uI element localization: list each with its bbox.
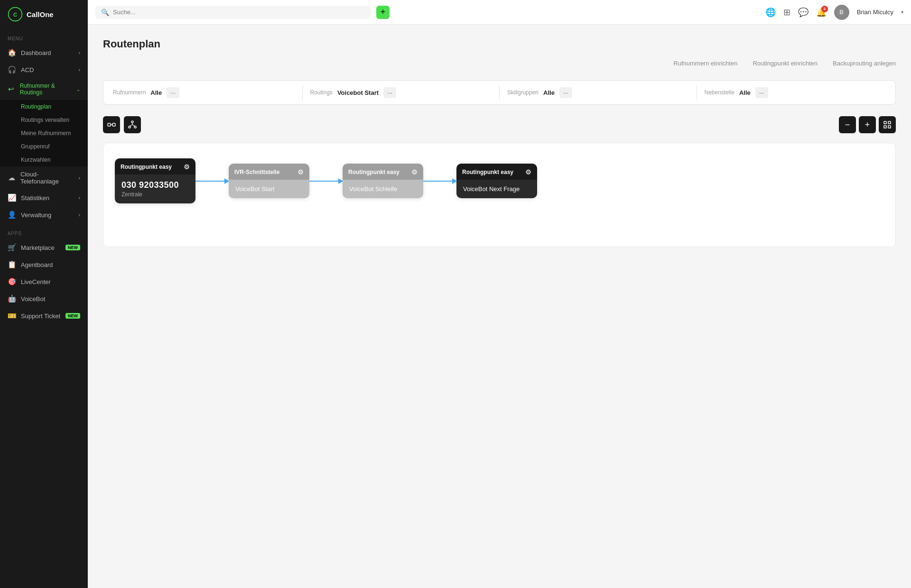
sidebar: C CallOne MENU 🏠 Dashboard › 🎧 ACD › ↩ R… [0, 0, 88, 588]
user-name[interactable]: Brian Miculcy [857, 9, 893, 16]
arrow-line-1 [195, 181, 229, 182]
chevron-icon: › [79, 67, 80, 73]
link-backuprouting-anlegen[interactable]: Backuprouting anlegen [833, 60, 896, 67]
sidebar-item-label: Agentboard [21, 261, 53, 268]
callone-logo: C [8, 7, 23, 22]
agentboard-icon: 📋 [8, 260, 16, 269]
flow-node-3: Routingpunkt easy ⚙ VoiceBot Schleife [343, 164, 423, 198]
chevron-icon: › [79, 212, 80, 218]
node-1-header: Routingpunkt easy ⚙ [115, 158, 195, 175]
routings-more-button[interactable]: ··· [383, 87, 396, 98]
verwaltung-icon: 👤 [8, 211, 16, 219]
sidebar-item-label: Dashboard [21, 49, 51, 56]
arrow-1 [195, 181, 229, 182]
chevron-icon: › [79, 175, 80, 181]
grid-icon[interactable]: ⊞ [783, 7, 790, 18]
sidebar-item-rufnummer-routings[interactable]: ↩ Rufnummer & Routings ⌄ [0, 78, 88, 100]
filter-divider [302, 85, 303, 100]
view-button-1[interactable] [103, 116, 120, 133]
node-2-text: VoiceBot Start [235, 185, 303, 193]
notification-icon[interactable]: 🔔 2 [816, 7, 827, 18]
svg-rect-11 [884, 121, 886, 124]
chevron-icon: › [79, 195, 80, 201]
sidebar-sub-item-routings-verwalten[interactable]: Routings verwalten [0, 113, 88, 127]
filter-bar: Rufnummern Alle ··· Routings Voicebot St… [103, 80, 896, 105]
livecenter-icon: 🎯 [8, 277, 16, 286]
logo-text: CallOne [27, 10, 54, 18]
sidebar-item-statistiken[interactable]: 📈 Statistiken › [0, 189, 88, 206]
zoom-fit-button[interactable] [879, 116, 896, 133]
svg-text:C: C [13, 12, 17, 18]
sidebar-sub-item-routingplan[interactable]: Routingplan [0, 100, 88, 113]
ticket-icon: 🎫 [8, 312, 16, 320]
node-3-gear-icon[interactable]: ⚙ [411, 168, 418, 176]
sidebar-sub-item-kurzwahlen[interactable]: Kurzwahlen [0, 153, 88, 166]
filter-rufnummern: Rufnummern Alle ··· [113, 87, 295, 98]
skillgruppen-value: Alle [543, 89, 555, 96]
node-4-title: Routingpunkt easy [462, 169, 513, 175]
sidebar-item-acd[interactable]: 🎧 ACD › [0, 61, 88, 78]
node-3-header: Routingpunkt easy ⚙ [343, 164, 423, 180]
sidebar-item-agentboard[interactable]: 📋 Agentboard [0, 256, 88, 273]
filter-nebenstelle: Nebenstelle Alle ··· [705, 87, 886, 98]
user-chevron-icon[interactable]: ▾ [901, 9, 903, 15]
filter-divider-2 [499, 85, 500, 100]
sidebar-item-livecenter[interactable]: 🎯 LiveCenter [0, 273, 88, 290]
sidebar-item-label: LiveCenter [21, 278, 51, 285]
sidebar-item-voicebot[interactable]: 🤖 VoiceBot [0, 290, 88, 307]
node-3-text: VoiceBot Schleife [349, 185, 417, 193]
svg-line-10 [132, 125, 135, 126]
content: Routenplan Rufnummern einrichten Routing… [88, 25, 911, 588]
cloud-icon: ☁ [8, 174, 16, 182]
sidebar-sub-item-gruppenruf[interactable]: Gruppenruf [0, 140, 88, 153]
node-2-header: IVR-Schnittstelle ⚙ [229, 164, 309, 180]
routing-icon: ↩ [8, 85, 15, 93]
link-routingpunkt-einrichten[interactable]: Routingpunkt einrichten [753, 60, 818, 67]
svg-point-6 [129, 126, 130, 128]
zoom-in-button[interactable]: + [859, 116, 876, 133]
arrow-3 [423, 181, 456, 182]
chat-icon[interactable]: 💬 [798, 7, 809, 18]
arrow-line-2 [309, 181, 343, 182]
skillgruppen-more-button[interactable]: ··· [559, 87, 572, 98]
node-1-gear-icon[interactable]: ⚙ [184, 163, 190, 171]
node-1-sub: Zentrale [121, 191, 189, 198]
page-title: Routenplan [103, 38, 896, 50]
svg-rect-12 [888, 121, 891, 124]
sidebar-item-dashboard[interactable]: 🏠 Dashboard › [0, 44, 88, 61]
node-4-gear-icon[interactable]: ⚙ [525, 168, 531, 176]
arrow-line-3 [423, 181, 456, 182]
notification-count: 2 [821, 6, 828, 12]
sidebar-item-support-ticket[interactable]: 🎫 Support Ticket NEW [0, 307, 88, 324]
add-button[interactable]: + [376, 6, 390, 19]
sidebar-item-verwaltung[interactable]: 👤 Verwaltung › [0, 206, 88, 223]
controls-row: − + [103, 116, 896, 133]
stats-icon: 📈 [8, 193, 16, 202]
node-1-title: Routingpunkt easy [121, 164, 172, 170]
voicebot-icon: 🤖 [8, 294, 16, 303]
svg-rect-2 [108, 123, 111, 126]
search-bar[interactable]: 🔍 [95, 6, 371, 19]
zoom-buttons: − + [839, 116, 896, 133]
sidebar-item-label: ACD [21, 66, 34, 74]
sidebar-item-marketplace[interactable]: 🛒 Marketplace NEW [0, 239, 88, 256]
sidebar-sub-item-meine-rufnummern[interactable]: Meine Rufnummern [0, 127, 88, 140]
svg-rect-3 [112, 123, 115, 126]
nebenstelle-more-button[interactable]: ··· [755, 87, 768, 98]
search-input[interactable] [113, 9, 365, 16]
globe-icon[interactable]: 🌐 [765, 7, 776, 18]
sidebar-item-cloud-telefonanlage[interactable]: ☁ Cloud-Telefonanlage › [0, 166, 88, 189]
node-1-number: 030 92033500 [121, 180, 189, 190]
acd-icon: 🎧 [8, 65, 16, 74]
zoom-out-button[interactable]: − [839, 116, 856, 133]
view-button-2[interactable] [124, 116, 141, 133]
logo: C CallOne [0, 0, 88, 28]
node-2-gear-icon[interactable]: ⚙ [297, 168, 304, 176]
filter-divider-3 [697, 85, 697, 100]
topbar-right: 🌐 ⊞ 💬 🔔 2 B Brian Miculcy ▾ [765, 5, 903, 20]
rufnummern-more-button[interactable]: ··· [167, 87, 179, 98]
link-rufnummern-einrichten[interactable]: Rufnummern einrichten [673, 60, 737, 67]
chevron-icon: ⌄ [76, 87, 80, 92]
sidebar-item-label: Marketplace [21, 244, 55, 251]
filter-skillgruppen: Skillgruppen Alle ··· [507, 87, 689, 98]
